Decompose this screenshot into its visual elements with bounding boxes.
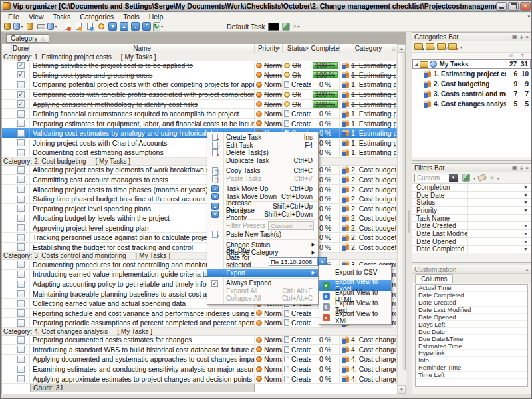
new-category-icon[interactable]: ➜ [414, 43, 423, 50]
done-checkbox-cell[interactable] [12, 279, 30, 289]
task-name-cell[interactable]: Defining financial circumstances require… [30, 109, 255, 118]
status-cell[interactable]: Created [283, 109, 311, 118]
task-move-up-button[interactable]: ▴ [119, 22, 129, 31]
category-cell[interactable]: 1. Estimating project costs [340, 70, 397, 80]
task-row[interactable]: ✓Applying consistent methodology to iden… [2, 100, 397, 110]
task-checkbox[interactable]: ✓ [17, 91, 25, 98]
status-cell[interactable]: Created [283, 318, 311, 327]
task-row[interactable]: Preparing estimates for equipment, labor… [2, 119, 397, 129]
column-item-reminder-time[interactable]: Reminder Time [416, 364, 527, 372]
priority-cell[interactable]: Normal [255, 109, 283, 118]
task-row[interactable]: Introducing a standard WBS to build hist… [2, 345, 397, 355]
task-checkbox[interactable] [17, 290, 25, 297]
menu-item-create-task[interactable]: +Create TaskIns [207, 134, 318, 142]
category-cell[interactable]: 2. Cost budgeting [340, 243, 397, 252]
done-checkbox-cell[interactable] [12, 185, 30, 194]
menu-item-edit-task[interactable]: ∕Edit TaskF4 [207, 142, 318, 150]
category-cell[interactable]: 2. Cost budgeting [340, 194, 397, 203]
task-name-cell[interactable]: Defining cost types and grouping costs [30, 70, 255, 80]
task-row[interactable]: ✓Comparing costs with tangible profits a… [2, 90, 397, 100]
task-checkbox[interactable]: ✓ [17, 62, 25, 69]
task-name-cell[interactable]: Defining activities the project cost is … [30, 61, 255, 70]
menu-item-always-expand[interactable]: ✓Always Expand [207, 279, 318, 287]
restore-button[interactable] [508, 2, 519, 11]
tree-node-my-tasks[interactable]: ◢My Tasks2731 [412, 59, 531, 69]
close-button[interactable]: × [520, 2, 531, 11]
increase-priority-button[interactable]: ⌃ [142, 22, 152, 31]
task-row[interactable]: Validating cost estimates by analogy and… [2, 128, 397, 138]
panel-window-icon[interactable]: ▦ [512, 165, 517, 171]
done-checkbox-cell[interactable]: ✓ [12, 90, 30, 99]
priority-cell[interactable]: Normal [255, 70, 283, 80]
task-name-cell[interactable]: Examining estimates and conducting sensi… [30, 364, 255, 374]
status-cell[interactable]: Created [283, 364, 311, 374]
task-checkbox[interactable] [17, 243, 25, 251]
column-item-time-left[interactable]: Time Left [416, 372, 527, 379]
done-checkbox-cell[interactable] [12, 243, 30, 252]
complete-cell[interactable]: 0 % [311, 374, 340, 384]
category-group-row[interactable]: Category: 1. Estimating project costs[ M… [2, 53, 397, 61]
panel-window-icon[interactable]: ▦ [512, 34, 517, 40]
task-row[interactable]: Joining project costs with Chart of Acco… [2, 138, 397, 148]
clear-filter-icon[interactable] [477, 174, 487, 182]
done-checkbox-cell[interactable] [12, 223, 30, 233]
done-checkbox-cell[interactable]: ✓ [12, 70, 30, 80]
filter-row-date-created[interactable]: Date Created▼ [412, 222, 531, 230]
filter-value-dropdown-icon[interactable]: ▼ [523, 208, 528, 213]
status-cell[interactable]: Created [283, 119, 311, 128]
task-name-cell[interactable]: Preparing estimates for equipment, labor… [30, 119, 255, 128]
menu-tools[interactable]: Tools [118, 13, 144, 21]
task-checkbox[interactable] [17, 281, 25, 288]
task-name-cell[interactable]: Preparing documented costs estimates for… [30, 336, 255, 345]
scrollbar-thumb[interactable] [398, 53, 406, 370]
task-row[interactable]: Allocating project costs to time phases … [2, 185, 397, 195]
status-cell[interactable]: Created [283, 345, 311, 354]
priority-cell[interactable]: Normal [255, 336, 283, 345]
status-cell[interactable]: Ok [283, 90, 311, 99]
delete-category-icon[interactable]: × [448, 43, 457, 50]
column-item-days-left[interactable]: Days Left [416, 321, 527, 328]
complete-cell[interactable]: 0 % [311, 355, 340, 364]
priority-cell[interactable]: Normal [255, 318, 283, 327]
task-row[interactable]: ✓Defining activities the project cost is… [2, 61, 397, 71]
filters-toolbar-overflow-icon[interactable]: ▾ [497, 176, 499, 180]
filter-row-status[interactable]: Status▼ [412, 199, 531, 207]
filter-row-due-date[interactable]: Due Date▼ [412, 192, 531, 200]
filter-value-dropdown-icon[interactable]: ▼ [523, 231, 528, 236]
category-cell[interactable]: 1. Estimating project costs [340, 148, 397, 158]
task-checkbox[interactable] [17, 166, 25, 174]
priority-cell[interactable]: Normal [255, 364, 283, 374]
done-checkbox-cell[interactable] [12, 148, 30, 158]
complete-cell[interactable]: 100 % [311, 61, 340, 70]
task-name-cell[interactable]: Applying consistent methodology to ident… [30, 100, 255, 109]
column-header-done[interactable]: Done [12, 44, 30, 53]
column-header-complete[interactable]: Complete [311, 44, 340, 53]
print-button[interactable] [36, 22, 46, 31]
task-checkbox[interactable]: ✓ [17, 100, 25, 108]
column-item-date-completed[interactable]: Date Completed [416, 292, 527, 299]
done-checkbox-cell[interactable] [12, 336, 30, 345]
task-row[interactable]: Approving project level spending planNor… [2, 223, 397, 233]
done-checkbox-cell[interactable] [12, 194, 30, 203]
done-checkbox-cell[interactable] [12, 138, 30, 148]
done-checkbox-cell[interactable]: ✓ [12, 61, 30, 70]
filter-value-dropdown-icon[interactable]: ▼ [523, 223, 528, 228]
filter-value-dropdown-icon[interactable]: ▼ [523, 193, 528, 198]
priority-cell[interactable]: Normal [255, 119, 283, 128]
column-header-name[interactable]: Name [30, 44, 255, 53]
done-checkbox-cell[interactable] [12, 289, 30, 299]
task-name-cell[interactable]: Reporting schedule and cost variance and… [30, 309, 255, 318]
task-checkbox[interactable] [17, 234, 25, 241]
done-checkbox-cell[interactable] [12, 345, 30, 354]
category-cell[interactable]: 1. Estimating project costs [340, 90, 397, 99]
task-checkbox[interactable] [17, 176, 25, 183]
category-cell[interactable]: 1. Estimating project costs [340, 61, 397, 70]
task-checkbox[interactable] [17, 215, 25, 222]
tree-node-category[interactable]: 3. Costs control and monitoring77 [412, 89, 531, 99]
task-checkbox[interactable] [17, 366, 25, 373]
done-checkbox-cell[interactable] [12, 299, 30, 308]
done-checkbox-cell[interactable] [12, 364, 30, 374]
category-cell[interactable]: 4. Cost changes analysis [340, 374, 397, 384]
task-row[interactable]: Applying approximate estimates to projec… [2, 374, 397, 384]
column-item-date-opened[interactable]: Date Opened [416, 314, 527, 321]
